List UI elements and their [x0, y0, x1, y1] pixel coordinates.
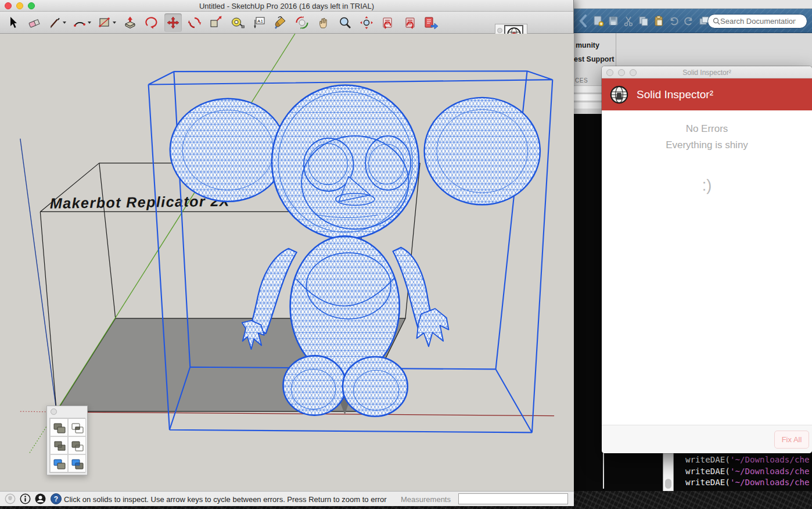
tool-line-button[interactable]	[48, 13, 67, 32]
sidebar-link-community[interactable]: munity	[576, 41, 599, 49]
model-body[interactable]	[290, 236, 400, 377]
palette-close-icon[interactable]	[51, 408, 57, 415]
intersect-tool-button[interactable]	[68, 418, 86, 436]
back-icon[interactable]	[576, 13, 590, 28]
solid-inspector-body: No Errors Everything is shiny :)	[602, 110, 812, 425]
terminal-pane-divider	[603, 451, 604, 489]
tool-orbit-button[interactable]	[293, 13, 311, 32]
solid-tools-grid	[49, 418, 85, 473]
tool-rotate-button[interactable]	[186, 13, 203, 32]
status-bar: ? Click on solids to inspect. Use arrow …	[0, 491, 574, 506]
tape-measure-icon	[231, 16, 245, 30]
desktop-wallpaper: ? munity est Support CES write3DS('~/Dow…	[0, 0, 812, 509]
documentation-toolbar: ?	[574, 9, 812, 33]
solid-tools-palette	[46, 406, 88, 475]
outer-shell-tool-button[interactable]	[50, 418, 68, 436]
tool-previous-button[interactable]	[379, 13, 397, 32]
palette-close-icon[interactable]	[497, 28, 502, 33]
cut-icon[interactable]	[621, 13, 635, 28]
next-icon	[403, 16, 416, 30]
split-tool-button[interactable]	[68, 454, 86, 472]
tool-arc-button[interactable]	[71, 13, 92, 32]
svg-text:A1: A1	[257, 18, 263, 23]
model-right-hand[interactable]	[417, 309, 449, 346]
model-right-foot[interactable]	[343, 357, 408, 416]
union-tool-button[interactable]	[50, 436, 68, 454]
offset-icon	[145, 16, 159, 30]
solid-inspector-header: Solid Inspector²	[602, 78, 812, 110]
redo-icon[interactable]	[682, 13, 696, 28]
fix-all-button[interactable]: Fix All	[774, 431, 809, 449]
info-icon[interactable]	[20, 493, 31, 504]
line-icon	[49, 16, 62, 30]
solid-inspector-window: Solid Inspector² Solid Inspector² No Err…	[602, 66, 812, 453]
save-icon[interactable]	[606, 13, 620, 28]
solid-inspector-footer: Fix All	[602, 425, 812, 453]
status-subtitle: Everything is shiny	[602, 139, 812, 151]
rectangle-dropdown-icon[interactable]	[113, 21, 116, 24]
export-icon	[423, 16, 439, 30]
search-input[interactable]	[720, 17, 796, 26]
tool-offset-button[interactable]	[143, 13, 160, 32]
terminal-line: writeDAE('~/Downloads/che	[685, 477, 810, 488]
help-icon[interactable]: ?	[51, 493, 62, 504]
tool-pan-button[interactable]	[315, 13, 332, 32]
tool-push-pull-button[interactable]	[121, 13, 139, 32]
sidebar-list-header: CES	[575, 77, 588, 84]
window-title: Solid Inspector²	[602, 69, 812, 77]
search-field[interactable]	[707, 14, 807, 28]
status-title: No Errors	[602, 110, 812, 135]
subtract-tool-button[interactable]	[68, 436, 86, 454]
model-left-ear[interactable]	[170, 99, 286, 202]
tool-zoom-extents-button[interactable]	[358, 13, 375, 32]
claim-trial-icon[interactable]	[5, 493, 16, 504]
select-icon	[6, 16, 20, 30]
text-icon: A1	[252, 16, 266, 30]
terminal-line: writeDAE('~/Downloads/che	[685, 454, 810, 465]
sketchup-toolbar: A1	[0, 12, 573, 34]
arc-dropdown-icon[interactable]	[88, 21, 91, 24]
plugin-title: Solid Inspector²	[637, 88, 713, 101]
blue-axis	[20, 139, 56, 411]
tool-eraser-button[interactable]	[26, 13, 44, 32]
model-head[interactable]	[272, 85, 419, 239]
paste-icon[interactable]	[652, 13, 666, 28]
tool-select-button[interactable]	[5, 13, 22, 32]
sketchup-titlebar: Untitled - SketchUp Pro 2016 (16 days le…	[0, 0, 573, 12]
tool-scale-button[interactable]	[207, 13, 225, 32]
trim-tool-button[interactable]	[50, 454, 68, 472]
arc-icon	[73, 16, 87, 30]
search-icon	[713, 17, 720, 25]
orbit-icon	[295, 16, 309, 30]
tool-zoom-button[interactable]	[336, 13, 354, 32]
model-left-foot[interactable]	[283, 356, 346, 415]
tool-export-button[interactable]	[422, 13, 440, 32]
tool-tape-measure-button[interactable]	[229, 13, 246, 32]
viewport[interactable]: Makerbot Replicator 2X	[0, 34, 574, 491]
new-document-icon[interactable]	[591, 13, 605, 28]
model-right-ear[interactable]	[425, 98, 540, 205]
status-hint: Click on solids to inspect. Use arrow ke…	[64, 495, 387, 504]
tool-text-button[interactable]: A1	[250, 13, 268, 32]
sidebar-link-request-support[interactable]: est Support	[574, 55, 614, 63]
copy-icon[interactable]	[637, 13, 651, 28]
terminal-line: writeDAE('~/Downloads/che	[685, 466, 810, 477]
line-dropdown-icon[interactable]	[63, 21, 66, 24]
sketchup-window: Untitled - SketchUp Pro 2016 (16 days le…	[0, 0, 574, 506]
tool-next-button[interactable]	[401, 13, 418, 32]
scale-icon	[209, 16, 223, 30]
account-icon[interactable]	[35, 493, 46, 504]
pan-icon	[317, 16, 330, 30]
svg-text:?: ?	[54, 495, 58, 503]
measurements-input[interactable]	[458, 493, 568, 504]
tool-paint-bucket-button[interactable]	[272, 13, 289, 32]
measurements-label: Measurements	[401, 495, 451, 504]
rotate-icon	[188, 16, 202, 30]
push-pull-icon	[123, 16, 137, 30]
terminal-scrollbar-thumb[interactable]	[665, 479, 671, 489]
tool-rectangle-button[interactable]	[96, 13, 117, 32]
tool-move-button[interactable]	[164, 13, 182, 32]
zoom-icon	[338, 16, 352, 30]
undo-icon[interactable]	[667, 13, 681, 28]
window-title: Untitled - SketchUp Pro 2016 (16 days le…	[0, 2, 573, 10]
